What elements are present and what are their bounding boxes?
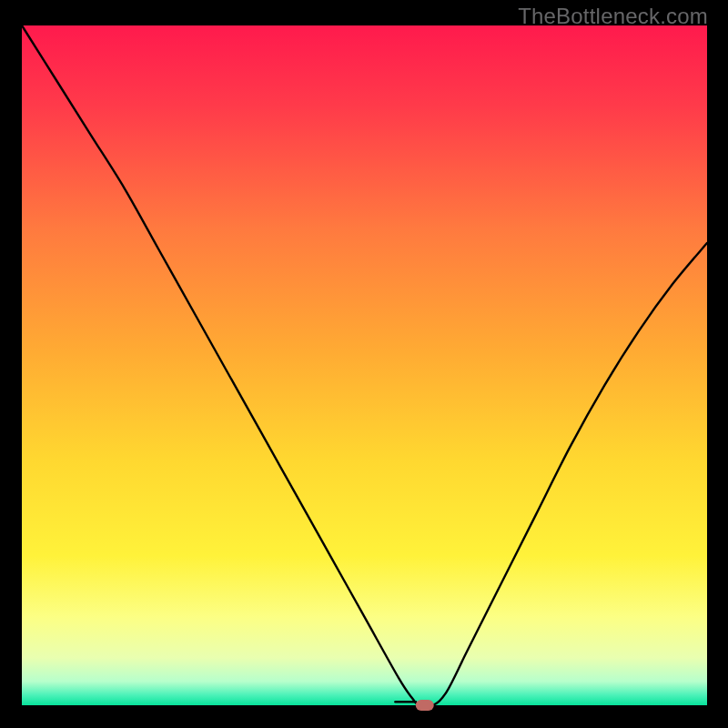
chart-frame: { "watermark": "TheBottleneck.com", "cha… — [0, 0, 728, 728]
bottleneck-chart — [0, 0, 728, 728]
plot-background — [22, 25, 707, 705]
watermark-text: TheBottleneck.com — [518, 4, 708, 29]
optimal-marker — [416, 700, 434, 711]
